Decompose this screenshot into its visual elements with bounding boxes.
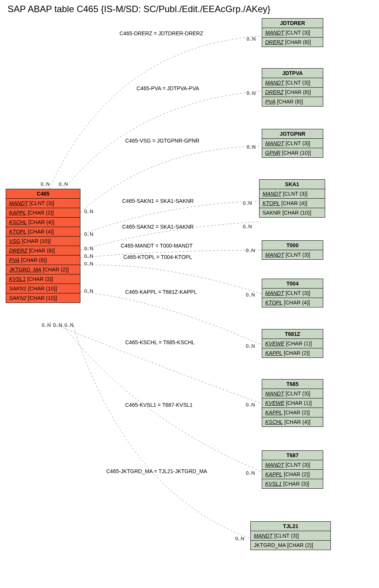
entity-tjl21: TJL21 MANDT [CLNT (3)] JKTGRD_MA [CHAR (… <box>250 521 331 550</box>
field-row: VSG [CHAR (10)] <box>6 237 80 246</box>
field-row: KTOPL [CHAR (4)] <box>6 227 80 237</box>
field-row: DRERZ [CHAR (8)] <box>262 88 323 97</box>
field-row: MANDT [CLNT (3)] <box>262 389 323 398</box>
field-row: KVEWE [CHAR (1)] <box>262 398 323 408</box>
field-row: KAPPL [CHAR (2)] <box>262 408 323 417</box>
entity-title: SKA1 <box>259 180 325 189</box>
entity-c465: C465 MANDT [CLNT (3)] KAPPL [CHAR (2)] K… <box>6 189 80 303</box>
cardinality: 0..N <box>59 181 68 187</box>
field-row: MANDT [CLNT (3)] <box>262 289 323 298</box>
field-row: MANDT [CLNT (3)] <box>262 78 323 88</box>
field-row: JKTGRD_MA [CHAR (2)] <box>6 265 80 274</box>
field-row: GPNR [CHAR (10)] <box>262 148 323 157</box>
entity-title: T004 <box>262 279 323 289</box>
cardinality: 0..N <box>84 209 93 214</box>
cardinality: 0..N <box>243 224 252 229</box>
cardinality: 0..N <box>84 261 93 267</box>
edge-label: C465-KSCHL = T685-KSCHL <box>125 339 195 345</box>
field-row: KAPPL [CHAR (2)] <box>262 348 323 358</box>
field-row: KVEWE [CHAR (1)] <box>262 339 323 348</box>
edge-label: C465-SAKN1 = SKA1-SAKNR <box>122 198 194 204</box>
entity-t004: T004 MANDT [CLNT (3)] KTOPL [CHAR (4)] <box>262 279 323 307</box>
field-row: MANDT [CLNT (3)] <box>262 28 323 38</box>
entity-title: JDTPVA <box>262 69 323 78</box>
field-row: KTOPL [CHAR (4)] <box>259 199 325 208</box>
cardinality: 0..N <box>247 36 256 42</box>
entity-title: T685 <box>262 379 323 389</box>
edge-label: C465-JKTGRD_MA = TJL21-JKTGRD_MA <box>106 468 207 474</box>
entity-title: T000 <box>262 241 323 250</box>
field-row: KSCHL [CHAR (4)] <box>262 417 323 426</box>
field-row: MANDT [CLNT (3)] <box>6 199 80 208</box>
field-row: KVSL1 [CHAR (3)] <box>6 274 80 284</box>
field-row: KTOPL [CHAR (4)] <box>262 298 323 307</box>
field-row: DRERZ [CHAR (8)] <box>262 38 323 47</box>
entity-jdtdrer: JDTDRER MANDT [CLNT (3)] DRERZ [CHAR (8)… <box>262 18 323 47</box>
cardinality: 0..N <box>246 343 255 349</box>
edge-label: C465-PVA = JDTPVA-PVA <box>137 85 199 91</box>
field-row: MANDT [CLNT (3)] <box>262 139 323 148</box>
cardinality: 0..N <box>247 90 256 96</box>
cardinality: 0..N <box>246 248 255 253</box>
entity-title: JGTGPNR <box>262 129 323 139</box>
entity-c465-title: C465 <box>6 189 80 199</box>
cardinality: 0..N <box>84 253 93 259</box>
cardinality: 0..N <box>243 200 252 206</box>
field-row: KVSL1 [CHAR (3)] <box>262 479 323 488</box>
cardinality: 0..N <box>246 402 255 408</box>
edge-label: C465-SAKN2 = SKA1-SAKNR <box>122 224 194 230</box>
edge-label: C465-KAPPL = T681Z-KAPPL <box>125 289 197 295</box>
field-row: DRERZ [CHAR (8)] <box>6 246 80 256</box>
cardinality: 0..N <box>235 536 244 541</box>
cardinality: 0..N <box>247 144 256 150</box>
edge-label: C465-KTOPL = T004-KTOPL <box>123 254 192 260</box>
entity-title: T681Z <box>262 329 323 339</box>
field-row: MANDT [CLNT (3)] <box>262 460 323 470</box>
diagram-title: SAP ABAP table C465 {IS-M/SD: SC/Publ./E… <box>8 4 270 14</box>
cardinality: 0..N <box>53 322 62 328</box>
field-row: PVA [CHAR (8)] <box>6 256 80 265</box>
entity-title: TJL21 <box>251 522 330 531</box>
entity-title: T687 <box>262 451 323 460</box>
field-row: JKTGRD_MA [CHAR (2)] <box>251 541 330 550</box>
entity-ska1: SKA1 MANDT [CLNT (3)] KTOPL [CHAR (4)] S… <box>259 179 325 218</box>
cardinality: 0..N <box>42 322 51 328</box>
field-row: MANDT [CLNT (3)] <box>251 531 330 541</box>
cardinality: 0..N <box>84 231 93 237</box>
cardinality: 0..N <box>246 292 255 298</box>
entity-t687: T687 MANDT [CLNT (3)] KAPPL [CHAR (2)] K… <box>262 450 323 489</box>
cardinality: 0..N <box>246 470 255 476</box>
edge-label: C465-KVSL1 = T687-KVSL1 <box>125 402 193 408</box>
field-row: SAKN1 [CHAR (10)] <box>6 284 80 293</box>
cardinality: 0..N <box>84 246 93 251</box>
entity-t685: T685 MANDT [CLNT (3)] KVEWE [CHAR (1)] K… <box>262 379 323 427</box>
entity-title: JDTDRER <box>262 19 323 28</box>
field-row: KAPPL [CHAR (2)] <box>262 470 323 479</box>
entity-t681z: T681Z KVEWE [CHAR (1)] KAPPL [CHAR (2)] <box>262 329 323 358</box>
field-row: MANDT [CLNT (3)] <box>259 189 325 199</box>
cardinality: 0..N <box>41 181 50 187</box>
edge-label: C465-VSG = JGTGPNR-GPNR <box>125 138 200 144</box>
edge-label: C465-MANDT = T000-MANDT <box>121 243 193 249</box>
edge-label: C465-DRERZ = JDTDRER-DRERZ <box>120 30 203 36</box>
cardinality: 0..N <box>84 288 93 294</box>
entity-jdtpva: JDTPVA MANDT [CLNT (3)] DRERZ [CHAR (8)]… <box>262 68 323 107</box>
field-row: SAKNR [CHAR (10)] <box>259 208 325 217</box>
field-row: PVA [CHAR (8)] <box>262 97 323 106</box>
field-row: MANDT [CLNT (3)] <box>262 250 323 259</box>
entity-t000: T000 MANDT [CLNT (3)] <box>262 240 323 260</box>
field-row: KAPPL [CHAR (2)] <box>6 208 80 218</box>
field-row: KSCHL [CHAR (4)] <box>6 218 80 227</box>
cardinality: 0..N <box>64 322 74 328</box>
entity-jgtgpnr: JGTGPNR MANDT [CLNT (3)] GPNR [CHAR (10)… <box>262 129 323 158</box>
field-row: SAKN2 [CHAR (10)] <box>6 293 80 303</box>
